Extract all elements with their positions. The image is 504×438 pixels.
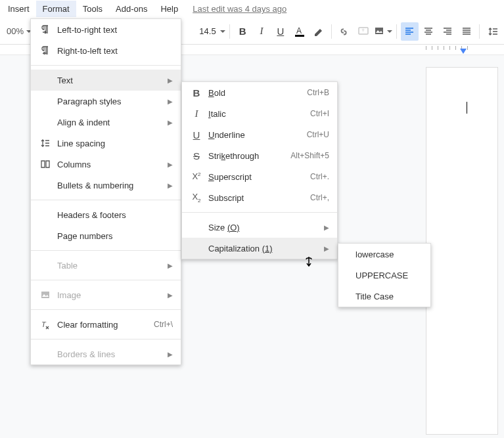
menubar: Insert Format Tools Add-ons Help Last ed… bbox=[0, 0, 504, 18]
menu-label: Bullets & numbering bbox=[53, 181, 168, 190]
font-size-value: 14.5 bbox=[199, 26, 216, 36]
submenu-arrow-icon: ▶ bbox=[168, 262, 173, 269]
menu-label: Capitalization (1) bbox=[204, 244, 324, 253]
menu-label: Clear formatting bbox=[53, 320, 154, 330]
menu-image: Image ▶ bbox=[31, 284, 181, 305]
highlight-button[interactable] bbox=[309, 22, 327, 41]
menu-align-indent[interactable]: Align & indent ▶ bbox=[31, 112, 181, 133]
menu-ltr[interactable]: Left-to-right text bbox=[31, 19, 181, 40]
menu-help[interactable]: Help bbox=[154, 1, 185, 17]
submenu-arrow-icon: ▶ bbox=[168, 182, 173, 189]
bold-button[interactable]: B bbox=[234, 22, 252, 41]
divider bbox=[31, 280, 181, 280]
submenu-arrow-icon: ▶ bbox=[168, 119, 173, 126]
svg-rect-4 bbox=[375, 28, 383, 34]
line-spacing-icon bbox=[488, 26, 498, 37]
indent-marker[interactable] bbox=[460, 49, 467, 54]
menu-lowercase[interactable]: lowercase bbox=[338, 244, 430, 265]
menu-columns[interactable]: Columns ▶ bbox=[31, 154, 181, 175]
menu-paragraph-styles[interactable]: Paragraph styles ▶ bbox=[31, 91, 181, 112]
menu-bold[interactable]: B Bold Ctrl+B bbox=[182, 82, 337, 103]
menu-format[interactable]: Format bbox=[36, 1, 76, 17]
shortcut: Ctrl+. bbox=[310, 172, 329, 181]
submenu-arrow-icon: ▶ bbox=[168, 98, 173, 105]
menu-insert[interactable]: Insert bbox=[1, 1, 36, 17]
align-justify-button[interactable] bbox=[457, 22, 475, 41]
svg-rect-5 bbox=[41, 292, 49, 298]
insert-image-button[interactable] bbox=[374, 22, 392, 41]
divider bbox=[31, 309, 181, 310]
link-icon bbox=[338, 26, 350, 37]
menu-label: Title Case bbox=[345, 292, 423, 301]
image-icon bbox=[37, 290, 53, 300]
align-left-icon bbox=[404, 26, 415, 37]
document-page[interactable] bbox=[426, 67, 498, 435]
menu-superscript[interactable]: X2 Superscript Ctrl+. bbox=[182, 166, 337, 187]
comment-button[interactable]: + bbox=[355, 22, 373, 41]
menu-rtl[interactable]: Right-to-left text bbox=[31, 40, 181, 61]
columns-icon bbox=[37, 159, 53, 169]
menu-underline[interactable]: U Underline Ctrl+U bbox=[182, 124, 337, 145]
menu-line-spacing[interactable]: Line spacing bbox=[31, 133, 181, 154]
capitalization-submenu: lowercase UPPERCASE Title Case bbox=[338, 243, 431, 307]
menu-italic[interactable]: I Italic Ctrl+I bbox=[182, 103, 337, 124]
align-justify-icon bbox=[461, 26, 472, 37]
menu-size[interactable]: Size (O) ▶ bbox=[182, 217, 337, 238]
menu-label: Left-to-right text bbox=[53, 25, 173, 35]
shortcut: Ctrl+B bbox=[307, 88, 329, 97]
align-center-icon bbox=[423, 26, 434, 37]
menu-label: Image bbox=[53, 290, 168, 300]
menu-clear-formatting[interactable]: T Clear formatting Ctrl+\ bbox=[31, 314, 181, 335]
menu-tools[interactable]: Tools bbox=[76, 1, 109, 17]
menu-text[interactable]: Text ▶ bbox=[31, 70, 181, 91]
underline-icon: U bbox=[189, 129, 204, 141]
line-spacing-button[interactable] bbox=[484, 22, 501, 41]
font-size-selector[interactable]: 14.5 bbox=[199, 26, 225, 36]
link-button[interactable] bbox=[336, 22, 354, 41]
separator bbox=[479, 24, 480, 39]
menu-addons[interactable]: Add-ons bbox=[109, 1, 154, 17]
menu-label: Table bbox=[53, 261, 168, 271]
submenu-arrow-icon: ▶ bbox=[168, 161, 173, 168]
subscript-icon: X2 bbox=[189, 192, 204, 204]
menu-page-numbers[interactable]: Page numbers bbox=[31, 225, 181, 246]
text-color-button[interactable]: A bbox=[290, 22, 308, 41]
menu-label: Superscript bbox=[204, 172, 310, 182]
menu-strikethrough[interactable]: S Strikethrough Alt+Shift+5 bbox=[182, 145, 337, 166]
italic-button[interactable]: I bbox=[252, 22, 270, 41]
menu-uppercase[interactable]: UPPERCASE bbox=[338, 265, 430, 286]
format-dropdown: Left-to-right text Right-to-left text Te… bbox=[30, 18, 181, 365]
menu-label: UPPERCASE bbox=[345, 271, 423, 280]
menu-label: Headers & footers bbox=[53, 210, 173, 220]
submenu-arrow-icon: ▶ bbox=[168, 351, 173, 358]
last-edit-link[interactable]: Last edit was 4 days ago bbox=[193, 4, 286, 14]
separator bbox=[229, 24, 230, 39]
menu-subscript[interactable]: X2 Subscript Ctrl+, bbox=[182, 187, 337, 208]
ltr-icon bbox=[37, 24, 53, 35]
underline-button[interactable]: U bbox=[271, 22, 289, 41]
strikethrough-icon: S bbox=[189, 150, 204, 162]
submenu-arrow-icon: ▶ bbox=[168, 77, 173, 84]
align-center-button[interactable] bbox=[420, 22, 438, 41]
divider bbox=[31, 200, 181, 200]
divider bbox=[31, 339, 181, 339]
svg-text:A: A bbox=[296, 26, 302, 35]
menu-label: Subscript bbox=[204, 193, 310, 203]
align-left-button[interactable] bbox=[401, 22, 419, 41]
rtl-icon bbox=[37, 45, 53, 56]
comment-icon: + bbox=[357, 26, 369, 37]
menu-label: Borders & lines bbox=[53, 349, 168, 359]
shortcut: Ctrl+\ bbox=[154, 320, 173, 329]
separator bbox=[331, 24, 332, 39]
menu-headers-footers[interactable]: Headers & footers bbox=[31, 204, 181, 225]
highlight-icon bbox=[313, 26, 325, 37]
menu-titlecase[interactable]: Title Case bbox=[338, 286, 430, 307]
menu-label: Size (O) bbox=[204, 223, 324, 232]
submenu-arrow-icon: ▶ bbox=[168, 292, 173, 299]
text-cursor bbox=[467, 102, 467, 114]
svg-rect-1 bbox=[295, 35, 304, 37]
align-right-button[interactable] bbox=[438, 22, 456, 41]
menu-label: lowercase bbox=[345, 250, 423, 259]
menu-capitalization[interactable]: Capitalization (1) ▶ bbox=[182, 238, 337, 259]
menu-bullets-numbering[interactable]: Bullets & numbering ▶ bbox=[31, 175, 181, 196]
